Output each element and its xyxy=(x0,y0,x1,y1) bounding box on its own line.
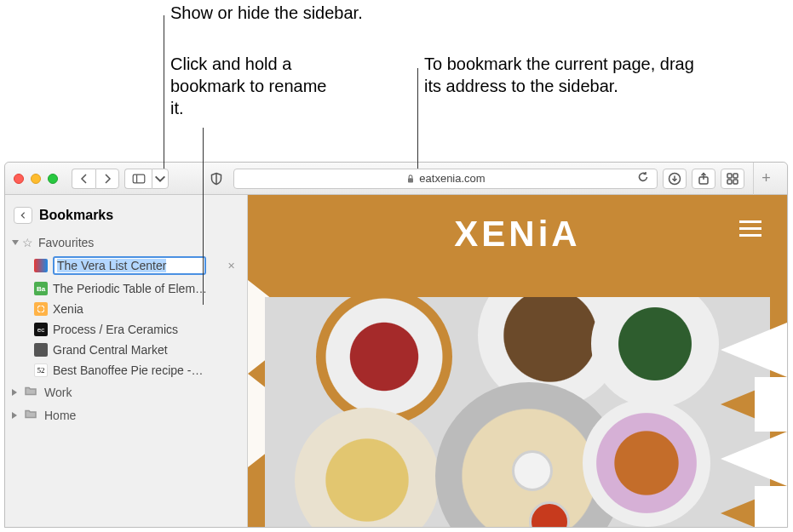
bookmark-item[interactable]: Xenia xyxy=(31,299,247,319)
lock-icon xyxy=(405,174,416,184)
bookmarks-sidebar: Bookmarks ☆ Favourites The Vera List Cen… xyxy=(5,195,248,527)
callout-sidebar-toggle: Show or hide the sidebar. xyxy=(170,2,363,24)
chevron-right-icon xyxy=(101,172,114,186)
svg-rect-3 xyxy=(408,178,413,182)
bookmark-item[interactable]: Grand Central Market xyxy=(31,340,247,360)
bookmark-item[interactable]: 52 Best Banoffee Pie recipe -… xyxy=(31,360,247,380)
grid-icon xyxy=(726,172,739,186)
svg-rect-8 xyxy=(727,174,732,178)
back-button[interactable] xyxy=(72,169,95,189)
reload-button[interactable] xyxy=(636,170,650,186)
bookmark-label: Xenia xyxy=(53,302,83,316)
folder-label: Home xyxy=(44,409,76,422)
shield-icon xyxy=(210,172,223,186)
hero-image xyxy=(265,297,770,527)
safari-window: eatxenia.com xyxy=(4,162,788,528)
disclosure-triangle-right-icon xyxy=(12,389,17,396)
minimize-window-button[interactable] xyxy=(31,174,41,184)
bookmark-label: The Vera List Center xyxy=(57,259,166,272)
chevron-left-icon xyxy=(19,211,27,220)
address-text: eatxenia.com xyxy=(419,172,485,185)
favourites-folder[interactable]: ☆ Favourites xyxy=(5,232,247,253)
folder-icon xyxy=(24,407,37,423)
bookmark-rename-input[interactable]: The Vera List Center xyxy=(53,256,206,275)
svg-marker-17 xyxy=(755,486,787,527)
share-icon xyxy=(697,172,710,186)
sidebar-icon xyxy=(132,172,146,186)
toolbar: eatxenia.com xyxy=(5,163,787,195)
page-content: XENiA xyxy=(248,195,787,527)
zoom-window-button[interactable] xyxy=(48,174,58,184)
bookmark-label: Process / Era Ceramics xyxy=(53,323,178,336)
bookmark-folder-work[interactable]: Work xyxy=(5,380,247,403)
favicon: 52 xyxy=(34,363,48,377)
svg-rect-10 xyxy=(727,180,732,184)
favicon: ec xyxy=(34,323,48,336)
svg-marker-15 xyxy=(721,432,787,486)
chevron-left-icon xyxy=(78,172,91,186)
bookmark-folder-home[interactable]: Home xyxy=(5,403,247,426)
svg-rect-9 xyxy=(733,174,738,178)
site-logo-text: XENiA xyxy=(248,195,787,263)
callout-line xyxy=(417,68,418,169)
svg-rect-11 xyxy=(733,180,738,184)
forward-button[interactable] xyxy=(95,169,119,189)
favicon xyxy=(34,259,48,272)
bookmark-label: The Periodic Table of Elem… xyxy=(53,282,207,295)
folder-icon xyxy=(24,384,37,400)
hamburger-icon xyxy=(739,220,761,223)
disclosure-triangle-down-icon xyxy=(12,240,19,245)
star-icon: ☆ xyxy=(22,236,33,249)
address-bar[interactable]: eatxenia.com xyxy=(233,169,658,189)
svg-rect-0 xyxy=(133,174,145,183)
plus-icon: + xyxy=(761,169,771,187)
new-tab-button[interactable]: + xyxy=(753,163,779,195)
reload-icon xyxy=(636,170,650,184)
downloads-button[interactable] xyxy=(663,169,687,189)
window-controls xyxy=(14,174,58,184)
svg-marker-12 xyxy=(721,323,787,377)
svg-marker-14 xyxy=(755,377,787,432)
share-button[interactable] xyxy=(692,169,715,189)
folder-label: Work xyxy=(44,386,72,399)
bookmark-item[interactable]: Ba The Periodic Table of Elem… xyxy=(31,278,247,299)
callout-rename: Click and hold a bookmark to rename it. xyxy=(170,53,341,119)
bookmark-item[interactable]: ec Process / Era Ceramics xyxy=(31,319,247,340)
favicon: Ba xyxy=(34,282,48,295)
tab-overview-button[interactable] xyxy=(721,169,744,189)
bookmark-label: Best Banoffee Pie recipe -… xyxy=(53,363,203,377)
bookmark-item-editing[interactable]: The Vera List Center ✕ xyxy=(31,253,247,278)
favicon xyxy=(34,343,48,357)
clear-text-button[interactable]: ✕ xyxy=(227,260,238,272)
callout-line xyxy=(164,15,164,169)
sidebar-toggle-button[interactable] xyxy=(124,169,152,189)
disclosure-triangle-right-icon xyxy=(12,412,17,419)
decorative-pattern xyxy=(721,323,787,527)
sidebar-back-button[interactable] xyxy=(14,207,32,224)
close-window-button[interactable] xyxy=(14,174,24,184)
favicon xyxy=(34,302,48,316)
bookmark-label: Grand Central Market xyxy=(53,343,168,357)
sidebar-title: Bookmarks xyxy=(39,208,113,223)
site-menu-button[interactable] xyxy=(739,220,761,237)
favourites-label: Favourites xyxy=(38,236,94,249)
callout-bookmark-drag: To bookmark the current page, drag its a… xyxy=(424,53,697,97)
privacy-report-button[interactable] xyxy=(204,172,228,186)
download-icon xyxy=(668,172,681,186)
chevron-down-icon xyxy=(153,172,167,186)
sidebar-menu-button[interactable] xyxy=(152,169,169,189)
